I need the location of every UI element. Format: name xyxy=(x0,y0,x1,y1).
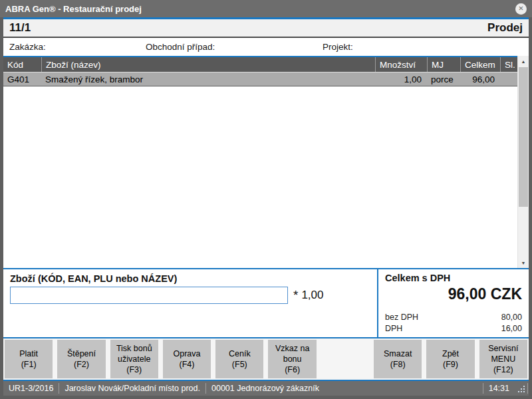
vzkaz-na-bonu-f6-button[interactable]: Vzkaz na bonu (F6) xyxy=(268,340,316,378)
totals-row-bez-dph: bez DPH 80,00 xyxy=(385,312,522,323)
multiply-icon: * xyxy=(293,288,298,303)
projekt-label: Projekt: xyxy=(323,42,529,52)
app-window: ABRA Gen® - Restaurační prodej ✕ 11/1 Pr… xyxy=(0,0,532,399)
column-header-kod[interactable]: Kód xyxy=(3,57,41,72)
items-table-region: Kód Zboží (název) Množství MJ Celkem Sl.… xyxy=(3,56,529,268)
zakazka-label: Zakázka: xyxy=(9,42,146,52)
row-cell-nazev: Smažený řízek, brambor xyxy=(41,72,375,86)
item-code-input[interactable] xyxy=(10,287,288,304)
dph-label: DPH xyxy=(385,323,402,334)
row-cell-celkem: 96,00 xyxy=(460,72,500,86)
column-header-mj[interactable]: MJ xyxy=(427,57,460,72)
status-time: 14:31 xyxy=(483,383,515,394)
row-cell-sl xyxy=(500,72,517,86)
context-bar: Zakázka: Obchodní případ: Projekt: xyxy=(3,38,529,56)
total-amount: 96,00 CZK xyxy=(385,285,522,303)
scrollbar-thumb[interactable] xyxy=(519,67,528,207)
row-cell-kod: G401 xyxy=(3,72,41,86)
items-table: Kód Zboží (název) Množství MJ Celkem Sl.… xyxy=(3,56,517,268)
bez-dph-label: bez DPH xyxy=(385,312,418,323)
window-body: 11/1 Prodej Zakázka: Obchodní případ: Pr… xyxy=(3,17,529,396)
totals-row-dph: DPH 16,00 xyxy=(385,323,522,334)
status-customer: 00001 Jednorázový zákazník xyxy=(205,383,483,394)
table-empty-area xyxy=(3,86,517,268)
scroll-down-icon[interactable]: ▼ xyxy=(518,257,529,268)
item-entry-label: Zboží (KÓD, EAN, PLU nebo NÁZEV) xyxy=(10,273,377,284)
vertical-scrollbar[interactable]: ▲ ▼ xyxy=(517,56,529,268)
status-document: UR1-3/2016 xyxy=(3,383,59,394)
receipt-number: 11/1 xyxy=(9,21,31,35)
platit-f1-button[interactable]: Platit (F1) xyxy=(5,340,53,378)
dph-value: 16,00 xyxy=(501,323,522,334)
stepeni-f2-button[interactable]: Štěpení (F2) xyxy=(57,340,105,378)
scrollbar-track[interactable] xyxy=(518,66,529,257)
empty-button-slot-f7 xyxy=(321,340,369,378)
column-header-celkem[interactable]: Celkem xyxy=(460,57,500,72)
close-icon[interactable]: ✕ xyxy=(515,3,527,15)
oprava-f4-button[interactable]: Oprava (F4) xyxy=(163,340,211,378)
title-bar: ABRA Gen® - Restaurační prodej ✕ xyxy=(0,0,532,17)
row-cell-mj: porce xyxy=(427,72,460,86)
function-button-bar: Platit (F1) Štěpení (F2) Tisk bonů uživa… xyxy=(3,337,529,380)
tisk-bonu-f3-button[interactable]: Tisk bonů uživatele (F3) xyxy=(110,340,158,378)
bez-dph-value: 80,00 xyxy=(501,312,522,323)
row-cell-mnozstvi: 1,00 xyxy=(375,72,427,86)
column-header-mnozstvi[interactable]: Množství xyxy=(375,57,427,72)
smazat-f8-button[interactable]: Smazat (F8) xyxy=(374,340,422,378)
item-entry-row: * 1,00 xyxy=(10,287,377,304)
status-bar: UR1-3/2016 Jaroslav Novák/Pokladní místo… xyxy=(3,380,529,396)
window-title: ABRA Gen® - Restaurační prodej xyxy=(5,4,142,14)
servisni-menu-f12-button[interactable]: Servisní MENU (F12) xyxy=(479,340,527,378)
totals-title: Celkem s DPH xyxy=(385,273,522,283)
status-user: Jaroslav Novák/Pokladní místo prod. xyxy=(59,383,205,394)
column-header-sl[interactable]: Sl. xyxy=(500,57,517,72)
table-row-selected[interactable]: G401 Smažený řízek, brambor 1,00 porce 9… xyxy=(3,72,517,86)
page-header: 11/1 Prodej xyxy=(3,19,529,38)
bottom-panel: Zboží (KÓD, EAN, PLU nebo NÁZEV) * 1,00 … xyxy=(3,268,529,337)
zpet-f9-button[interactable]: Zpět (F9) xyxy=(426,340,474,378)
column-header-zbozi[interactable]: Zboží (název) xyxy=(41,57,375,72)
scroll-up-icon[interactable]: ▲ xyxy=(518,56,529,66)
mode-title: Prodej xyxy=(487,21,523,35)
item-entry-section: Zboží (KÓD, EAN, PLU nebo NÁZEV) * 1,00 xyxy=(3,269,377,337)
obchodni-pripad-label: Obchodní případ: xyxy=(146,42,323,52)
table-header-row: Kód Zboží (název) Množství MJ Celkem Sl. xyxy=(3,57,517,72)
resize-grip-icon[interactable] xyxy=(515,383,528,394)
totals-panel: Celkem s DPH 96,00 CZK bez DPH 80,00 DPH… xyxy=(377,269,529,337)
cenik-f5-button[interactable]: Ceník (F5) xyxy=(215,340,263,378)
quantity-value: 1,00 xyxy=(301,289,323,302)
quantity-display: * 1,00 xyxy=(293,288,324,303)
